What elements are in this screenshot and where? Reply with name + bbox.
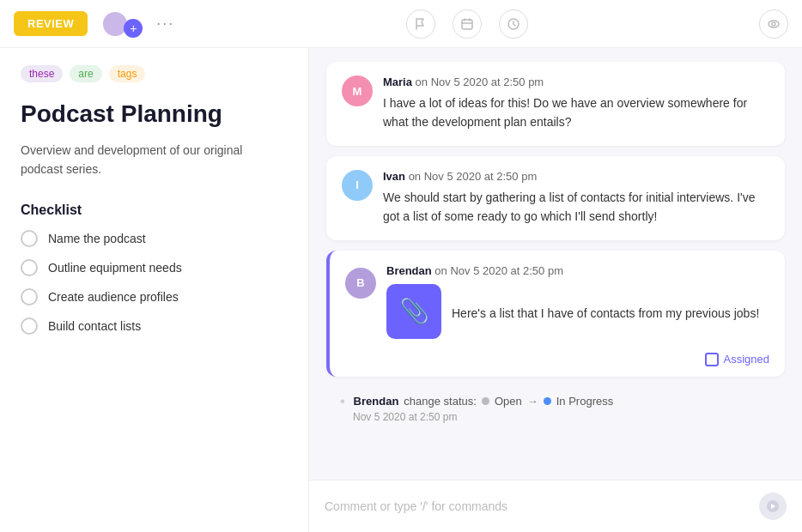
topbar-right bbox=[759, 9, 788, 39]
assigned-label: Assigned bbox=[724, 353, 769, 366]
checklist-item-2[interactable]: Outline equipment needs bbox=[21, 259, 288, 276]
comment-ivan: I Ivan on Nov 5 2020 at 2:50 pm We shoul… bbox=[326, 156, 785, 240]
status-dot-inprogress bbox=[544, 397, 551, 405]
comment-author-ivan: Ivan bbox=[383, 170, 405, 183]
comment-text-ivan: We should start by gathering a list of c… bbox=[383, 188, 769, 227]
comment-brendan: B Brendan on Nov 5 2020 at 2:50 pm 📎 Her… bbox=[326, 251, 785, 377]
status-author: Brendan bbox=[354, 395, 399, 408]
topbar: REVIEW + ··· bbox=[0, 0, 802, 48]
status-bullet: • bbox=[340, 394, 345, 409]
comment-body-maria: Maria on Nov 5 2020 at 2:50 pm I have a … bbox=[383, 76, 769, 132]
more-options-button[interactable]: ··· bbox=[156, 15, 174, 33]
check-circle-2 bbox=[21, 259, 38, 276]
comment-text-maria: I have a lot of ideas for this! Do we ha… bbox=[383, 94, 769, 132]
checklist-label-2: Outline equipment needs bbox=[48, 261, 182, 275]
brendan-message: Here's a list that I have of contacts fr… bbox=[452, 304, 759, 323]
send-icon bbox=[766, 499, 780, 513]
comment-placeholder: Comment or type '/' for commands bbox=[325, 499, 759, 513]
tag-these[interactable]: these bbox=[21, 65, 63, 82]
avatar-brendan: B bbox=[345, 268, 376, 299]
main-content: these are tags Podcast Planning Overview… bbox=[0, 48, 802, 532]
send-button[interactable] bbox=[759, 493, 787, 520]
topbar-center-icons bbox=[174, 9, 759, 39]
status-dot-open bbox=[482, 397, 489, 405]
page-title: Podcast Planning bbox=[21, 100, 288, 129]
status-to: In Progress bbox=[556, 395, 613, 408]
add-member-button[interactable]: + bbox=[124, 19, 143, 38]
tags-row: these are tags bbox=[21, 65, 288, 82]
paperclip-icon: 📎 bbox=[399, 297, 429, 325]
checklist-item-4[interactable]: Build contact lists bbox=[21, 317, 288, 335]
checklist-label-3: Create audience profiles bbox=[48, 290, 179, 304]
svg-rect-0 bbox=[462, 20, 472, 29]
review-button[interactable]: REVIEW bbox=[14, 11, 88, 36]
page-description: Overview and development of our original… bbox=[21, 141, 288, 179]
checklist-label-4: Build contact lists bbox=[48, 319, 141, 333]
comment-maria: M Maria on Nov 5 2020 at 2:50 pm I have … bbox=[326, 62, 785, 146]
comment-timestamp-ivan: on Nov 5 2020 at 2:50 pm bbox=[409, 170, 538, 183]
comment-header-ivan: Ivan on Nov 5 2020 at 2:50 pm bbox=[383, 170, 769, 183]
flag-icon[interactable] bbox=[406, 9, 435, 39]
status-line: • Brendan change status: Open → In Progr… bbox=[340, 394, 771, 409]
comment-author-brendan: Brendan bbox=[386, 264, 432, 277]
checklist-label-1: Name the podcast bbox=[48, 232, 146, 245]
comments-area: M Maria on Nov 5 2020 at 2:50 pm I have … bbox=[309, 48, 802, 480]
svg-point-2 bbox=[769, 21, 779, 27]
calendar-icon[interactable] bbox=[453, 9, 482, 39]
assigned-checkbox[interactable] bbox=[705, 353, 719, 366]
comment-header-maria: Maria on Nov 5 2020 at 2:50 pm bbox=[383, 76, 769, 88]
brendan-inner: B Brendan on Nov 5 2020 at 2:50 pm 📎 Her… bbox=[330, 251, 785, 353]
svg-point-3 bbox=[772, 22, 775, 26]
status-arrow: → bbox=[527, 395, 538, 408]
check-circle-1 bbox=[21, 230, 38, 247]
clock-icon[interactable] bbox=[499, 9, 528, 39]
tag-tags[interactable]: tags bbox=[109, 65, 146, 82]
status-action: change status: bbox=[404, 395, 477, 408]
tag-are[interactable]: are bbox=[70, 65, 101, 82]
comment-timestamp-brendan: on Nov 5 2020 at 2:50 pm bbox=[434, 264, 563, 277]
brendan-text-area: Brendan on Nov 5 2020 at 2:50 pm 📎 Here'… bbox=[386, 264, 769, 339]
status-date: Nov 5 2020 at 2:50 pm bbox=[353, 411, 771, 423]
avatar-ivan: I bbox=[342, 170, 373, 201]
assigned-row: Assigned bbox=[330, 353, 785, 377]
avatar-maria: M bbox=[342, 76, 373, 106]
checklist-item-1[interactable]: Name the podcast bbox=[21, 230, 288, 247]
comment-body-ivan: Ivan on Nov 5 2020 at 2:50 pm We should … bbox=[383, 170, 769, 227]
comment-timestamp-maria: on Nov 5 2020 at 2:50 pm bbox=[416, 76, 544, 88]
right-panel: M Maria on Nov 5 2020 at 2:50 pm I have … bbox=[309, 48, 802, 532]
check-circle-3 bbox=[21, 288, 38, 305]
status-from: Open bbox=[495, 395, 522, 408]
status-change-row: • Brendan change status: Open → In Progr… bbox=[326, 387, 785, 430]
attachment-box[interactable]: 📎 bbox=[386, 284, 441, 339]
checklist-title: Checklist bbox=[21, 203, 288, 218]
comment-author-maria: Maria bbox=[383, 76, 412, 88]
checklist-item-3[interactable]: Create audience profiles bbox=[21, 288, 288, 305]
brendan-header: Brendan on Nov 5 2020 at 2:50 pm bbox=[386, 264, 769, 277]
avatar-group: + bbox=[101, 10, 143, 38]
comment-input-area: Comment or type '/' for commands bbox=[309, 480, 802, 532]
left-panel: these are tags Podcast Planning Overview… bbox=[0, 48, 309, 532]
check-circle-4 bbox=[21, 317, 38, 335]
eye-icon[interactable] bbox=[759, 9, 788, 39]
